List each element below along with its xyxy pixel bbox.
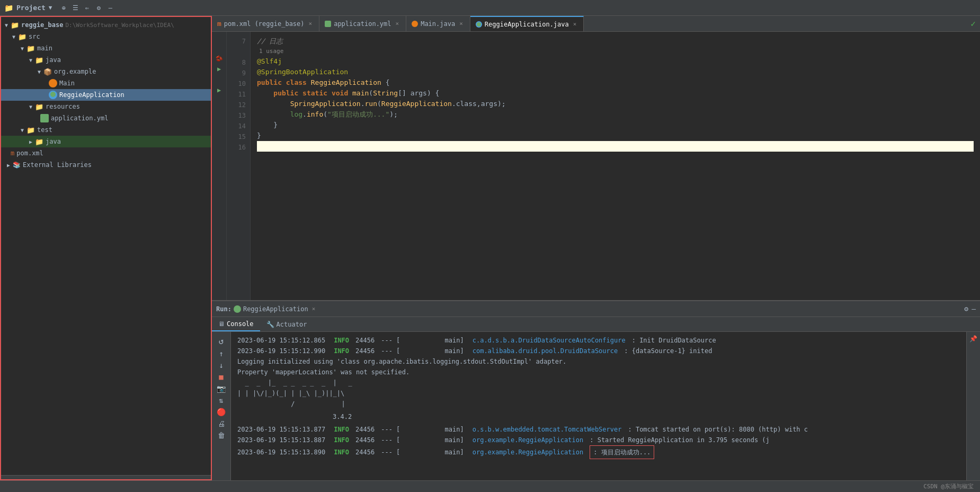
reggie-app-label: ReggieApplication [59, 91, 124, 99]
sort-icon[interactable]: ⇅ [219, 396, 223, 405]
log-line-success: 2023-06-19 15:15:13.890 INFO 24456 --- [… [237, 445, 960, 459]
log-line-1: 2023-06-19 15:15:12.865 INFO 24456 --- [… [237, 335, 960, 346]
settings-icon[interactable]: ⚙ [94, 4, 103, 12]
tree-item-java[interactable]: ▼ 📁 java [1, 54, 211, 66]
run-panel: Run: ReggieApplication × ⚙ — 🖥 Console [212, 300, 980, 480]
scroll-up-icon[interactable]: ↑ [219, 349, 223, 358]
scroll-down-icon[interactable]: ↓ [219, 361, 223, 370]
main-java-label: Main [59, 80, 75, 87]
print-icon[interactable]: 🖨 [218, 419, 225, 428]
rerun-icon[interactable]: ↺ [219, 336, 224, 346]
code-line-16 [257, 141, 974, 152]
tab-application-yml[interactable]: application.yml × [319, 16, 406, 31]
pom-xml-label: pom.xml [16, 150, 43, 157]
scope-icon[interactable]: ⊕ [59, 4, 68, 12]
run-right-bar: 📌 [966, 332, 980, 480]
code-line-11: public static void main(String[] args) { [257, 88, 974, 99]
tree-item-src[interactable]: ▼ 📁 src [1, 31, 211, 42]
log-line-2: 2023-06-19 15:15:12.990 INFO 24456 --- [… [237, 346, 960, 356]
pom-xml-icon: m [11, 150, 14, 157]
gutter: 🫘 ▶ ▶ [212, 32, 227, 300]
filter-icon[interactable]: 🔴 [217, 408, 226, 416]
run-app-name: ReggieApplication [243, 305, 308, 313]
resources-folder-icon: 📁 [35, 103, 43, 111]
tree-root[interactable]: ▼ 📁 reggie_base D:\WorkSoftware_Workplac… [1, 19, 211, 31]
tree-item-app-yml[interactable]: application.yml [1, 112, 211, 124]
tree-item-pom-xml[interactable]: m pom.xml [1, 147, 211, 159]
pom-tab-icon: m [217, 20, 221, 28]
collapse-icon[interactable]: ⇐ [83, 4, 91, 12]
tab-reggie-app[interactable]: ReggieApplication.java × [470, 16, 584, 31]
yml-tab-close[interactable]: × [394, 20, 401, 28]
bottom-right-text: CSDN @东涌与椒宝 [923, 482, 974, 490]
method-run-icon[interactable]: ▶ [217, 86, 221, 94]
run-app-spring-icon [234, 305, 241, 313]
test-label: test [37, 126, 52, 134]
log-ascii-3: / | [237, 399, 960, 409]
tree-item-test[interactable]: ▼ 📁 test [1, 124, 211, 136]
pin-icon[interactable]: 📌 [969, 335, 977, 342]
root-folder-icon: 📁 [11, 21, 19, 29]
run-panel-header: Run: ReggieApplication × ⚙ — [212, 301, 980, 317]
src-label: src [29, 33, 40, 40]
tree-item-reggie-app[interactable]: ReggieApplication [1, 89, 211, 101]
tree-item-main[interactable]: ▼ 📁 main [1, 42, 211, 54]
log-line-3: Logging initialized using 'class org.apa… [237, 356, 960, 367]
tree-item-java-test[interactable]: ▶ 📁 java [1, 136, 211, 147]
tab-pom-xml[interactable]: m pom.xml (reggie_base) × [212, 16, 319, 31]
tree-item-org-example[interactable]: ▼ 📦 org.example [1, 66, 211, 77]
success-box: : 项目启动成功... [590, 445, 654, 459]
log-link-2[interactable]: com.alibaba.druid.pool.DruidDataSource [473, 346, 618, 356]
main-tab-close[interactable]: × [458, 20, 465, 28]
structure-icon[interactable]: ☰ [71, 4, 79, 12]
code-line-12: SpringApplication.run(ReggieApplication.… [257, 99, 974, 109]
log-link-1[interactable]: c.a.d.s.b.a.DruidDataSourceAutoConfigure [473, 335, 626, 346]
java-folder-icon: 📁 [35, 56, 43, 64]
run-output[interactable]: 2023-06-19 15:15:12.865 INFO 24456 --- [… [231, 332, 966, 480]
log-link-started[interactable]: org.example.ReggieApplication [473, 435, 584, 445]
stop-icon[interactable]: ■ [219, 373, 223, 381]
run-panel-label: Run: [216, 305, 231, 313]
pom-tab-label: pom.xml (reggie_base) [224, 20, 305, 28]
file-tree: ▼ 📁 reggie_base D:\WorkSoftware_Workplac… [1, 17, 211, 475]
tab-console[interactable]: 🖥 Console [212, 317, 260, 331]
project-panel: ▼ 📁 reggie_base D:\WorkSoftware_Workplac… [0, 16, 212, 480]
file-saved-icon: ✓ [970, 19, 976, 29]
code-content[interactable]: // 日志 1 usage @Slf4j @SpringBootApplicat… [251, 32, 980, 300]
camera-icon[interactable]: 📷 [217, 384, 226, 393]
root-path: D:\WorkSoftware_Workplace\IDEA\ [65, 22, 174, 29]
code-line-10: public class ReggieApplication { [257, 77, 974, 88]
log-link-success[interactable]: org.example.ReggieApplication [473, 447, 584, 458]
run-gutter-icon[interactable]: ▶ [217, 65, 221, 73]
actuator-label: Actuator [277, 321, 307, 328]
project-folder-icon: 📁 [4, 4, 13, 12]
log-line-tomcat: 2023-06-19 15:15:13.877 INFO 24456 --- [… [237, 424, 960, 435]
tree-item-main-java[interactable]: Main [1, 77, 211, 89]
root-label: reggie_base [21, 21, 63, 29]
code-line-14: } [257, 120, 974, 130]
tree-item-resources[interactable]: ▼ 📁 resources [1, 101, 211, 112]
app-yml-label: application.yml [51, 115, 108, 122]
main-java-icon [49, 79, 57, 87]
run-settings-icon[interactable]: ⚙ [964, 305, 968, 313]
project-dropdown-arrow[interactable]: ▼ [49, 4, 52, 11]
run-panel-close-icon[interactable]: × [310, 305, 317, 313]
line-numbers: 7 8 8 9 10 11 12 13 14 15 16 [227, 32, 251, 300]
package-icon: 📦 [43, 68, 52, 76]
run-left-bar: ↺ ↑ ↓ ■ 📷 ⇅ 🔴 🖨 🗑 [212, 332, 231, 480]
pom-tab-close[interactable]: × [307, 20, 314, 28]
run-minimize-icon[interactable]: — [972, 305, 976, 313]
bottom-bar: CSDN @东涌与椒宝 [0, 480, 980, 492]
tab-actuator[interactable]: 🔧 Actuator [260, 317, 314, 331]
org-example-label: org.example [54, 68, 96, 75]
tree-item-ext-libs[interactable]: ▶ 📚 External Libraries [1, 159, 211, 171]
reggie-tab-close[interactable]: × [572, 20, 578, 28]
minimize-icon[interactable]: — [106, 4, 114, 12]
log-link-tomcat[interactable]: o.s.b.w.embedded.tomcat.TomcatWebServer [473, 424, 622, 435]
resources-label: resources [46, 103, 80, 110]
src-folder-icon: 📁 [18, 33, 26, 41]
code-line-15: } [257, 130, 974, 141]
main-tab-label: Main.java [421, 20, 455, 28]
tab-main-java[interactable]: Main.java × [406, 16, 470, 31]
trash-icon[interactable]: 🗑 [218, 431, 225, 440]
